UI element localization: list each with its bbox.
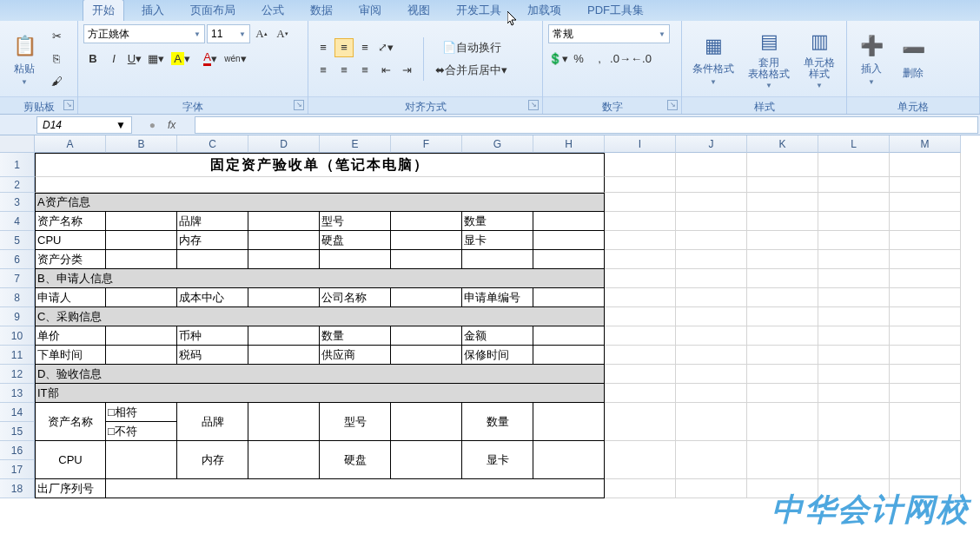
cell[interactable] <box>676 441 747 479</box>
cell-style-button[interactable]: ▥单元格 样式▼ <box>798 26 840 91</box>
tab-home[interactable]: 开始 <box>83 0 124 21</box>
cell[interactable] <box>747 365 818 384</box>
cell[interactable] <box>605 153 676 177</box>
tab-view[interactable]: 视图 <box>399 0 439 21</box>
row-header-17[interactable]: 17 <box>0 460 35 479</box>
cell[interactable] <box>605 479 676 498</box>
label[interactable] <box>533 288 605 307</box>
label[interactable] <box>320 250 391 269</box>
fill-color-button[interactable]: A▾ <box>167 49 195 68</box>
label[interactable] <box>533 212 605 231</box>
comma-button[interactable]: , <box>590 49 609 68</box>
col-header-F[interactable]: F <box>391 135 462 153</box>
insert-cells-button[interactable]: ➕插入▼ <box>852 30 891 88</box>
label[interactable] <box>248 346 320 365</box>
label[interactable]: CPU <box>35 231 106 250</box>
cell[interactable] <box>747 326 818 346</box>
label[interactable]: 硬盘 <box>320 441 391 479</box>
blank-row[interactable] <box>35 177 605 193</box>
merge-center-button[interactable]: ⬌ 合并后居中 ▾ <box>431 61 512 80</box>
label[interactable]: 数量 <box>320 326 391 346</box>
paste-button[interactable]: 📋 粘贴 ▼ <box>5 30 43 88</box>
cell[interactable] <box>890 307 961 326</box>
cell[interactable] <box>747 231 818 250</box>
label[interactable]: 下单时间 <box>35 346 106 365</box>
row-header-2[interactable]: 2 <box>0 177 35 193</box>
cell[interactable] <box>747 307 818 326</box>
label[interactable] <box>391 346 462 365</box>
label[interactable] <box>248 212 320 231</box>
shrink-font-button[interactable]: A▾ <box>273 24 292 43</box>
select-all-corner[interactable] <box>0 135 35 153</box>
launcher-icon[interactable]: ↘ <box>667 100 678 110</box>
col-header-C[interactable]: C <box>177 135 248 153</box>
phonetic-button[interactable]: wén▾ <box>226 49 245 68</box>
cell[interactable] <box>676 479 747 498</box>
col-header-K[interactable]: K <box>747 135 818 153</box>
label[interactable] <box>106 231 177 250</box>
checkbox-nomatch[interactable]: □不符 <box>106 422 177 441</box>
label[interactable] <box>106 212 177 231</box>
cell[interactable] <box>605 250 676 269</box>
cell[interactable] <box>747 212 818 231</box>
cell[interactable] <box>890 403 961 441</box>
label[interactable] <box>462 250 533 269</box>
cell[interactable] <box>818 153 890 177</box>
input[interactable] <box>391 403 462 441</box>
tab-addon[interactable]: 加载项 <box>519 0 570 21</box>
label[interactable]: 品牌 <box>177 403 248 441</box>
cell[interactable] <box>890 193 961 212</box>
italic-button[interactable]: I <box>104 49 123 68</box>
cell[interactable] <box>676 307 747 326</box>
launcher-icon[interactable]: ↘ <box>294 100 304 110</box>
cell[interactable] <box>890 153 961 177</box>
cell[interactable] <box>818 384 890 403</box>
conditional-format-button[interactable]: ▦条件格式▼ <box>687 30 739 88</box>
launcher-icon[interactable]: ↘ <box>63 100 74 110</box>
cell[interactable] <box>818 403 890 441</box>
cell[interactable] <box>818 326 890 346</box>
cell[interactable] <box>605 365 676 384</box>
label[interactable] <box>391 326 462 346</box>
label[interactable] <box>106 326 177 346</box>
cell[interactable] <box>676 212 747 231</box>
label[interactable] <box>391 288 462 307</box>
label[interactable]: 金额 <box>462 326 533 346</box>
number-format-input[interactable] <box>553 28 659 40</box>
inc-decimal-button[interactable]: .0→ <box>611 49 630 68</box>
input[interactable] <box>248 403 320 441</box>
cell[interactable] <box>890 441 961 479</box>
cell[interactable] <box>605 288 676 307</box>
input[interactable] <box>533 441 605 479</box>
label[interactable] <box>391 231 462 250</box>
font-name-combo[interactable]: ▼ <box>83 24 205 43</box>
row-header-16[interactable]: 16 <box>0 441 35 460</box>
align-right-button[interactable]: ≡ <box>355 61 374 80</box>
border-button[interactable]: ▦▾ <box>146 49 165 68</box>
align-top-button[interactable]: ≡ <box>314 38 333 57</box>
col-header-B[interactable]: B <box>106 135 177 153</box>
cell[interactable] <box>890 250 961 269</box>
label[interactable]: 成本中心 <box>177 288 248 307</box>
cell[interactable] <box>747 441 818 479</box>
col-header-E[interactable]: E <box>320 135 391 153</box>
input[interactable] <box>533 403 605 441</box>
col-header-A[interactable]: A <box>35 135 106 153</box>
input[interactable] <box>106 441 177 479</box>
indent-inc-button[interactable]: ⇥ <box>397 61 416 80</box>
percent-button[interactable]: % <box>569 49 588 68</box>
col-header-M[interactable]: M <box>890 135 961 153</box>
cell[interactable] <box>818 250 890 269</box>
font-size-input[interactable] <box>211 28 239 40</box>
cell[interactable] <box>605 177 676 193</box>
label[interactable]: 资产名称 <box>35 403 106 441</box>
row-header-13[interactable]: 13 <box>0 384 35 403</box>
row-header-14[interactable]: 14 <box>0 403 35 422</box>
cell[interactable] <box>676 269 747 288</box>
cut-button[interactable]: ✂ <box>47 27 66 46</box>
input[interactable] <box>248 441 320 479</box>
cell[interactable] <box>818 307 890 326</box>
cell[interactable] <box>676 250 747 269</box>
row-header-6[interactable]: 6 <box>0 250 35 269</box>
cell[interactable] <box>605 403 676 441</box>
